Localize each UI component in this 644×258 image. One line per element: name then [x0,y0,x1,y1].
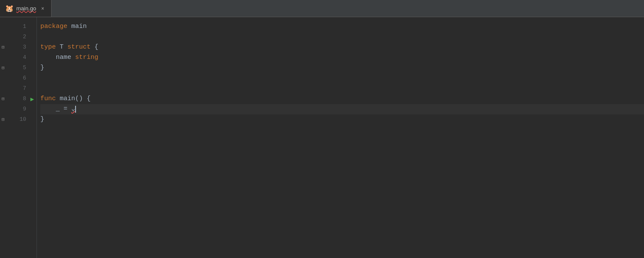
code-line-3: type T struct { [40,42,644,52]
code-line-1: package main [40,22,644,32]
code-line-18 [40,197,644,207]
run-gutter-line-7 [28,83,36,94]
code-line-15 [40,166,644,176]
code-line-16 [40,176,644,187]
code-line-4: name string [40,52,644,63]
run-gutter-line-8[interactable]: ▶ [28,94,36,104]
run-gutter-line-5 [28,63,36,73]
code-line-20 [40,218,644,228]
run-icon[interactable]: ▶ [30,95,34,103]
close-brace-func: } [40,114,44,125]
field-name: name [40,52,75,63]
code-area[interactable]: package main type T struct { name string… [37,17,644,258]
tab-bar: 🐹 main.go × [0,0,644,17]
editor: 1 2 ⊟ 3 4 ⊟ 5 6 7 ⊟ 8 [0,17,644,258]
close-brace-struct: } [40,63,44,73]
gutter-line-8[interactable]: ⊟ 8 [0,94,26,104]
type-string: string [75,52,98,63]
code-line-6 [40,73,644,83]
code-line-10: } [40,114,644,125]
blank-identifier: _ = [40,104,71,114]
gutter-line-1: 1 [0,22,26,32]
code-line-14 [40,156,644,166]
run-gutter-line-1 [28,22,36,32]
fold-close-icon-5[interactable]: ⊟ [2,63,5,73]
gutter-line-2: 2 [0,32,26,42]
code-line-13 [40,145,644,156]
code-line-2 [40,32,644,42]
gutter-line-7: 7 [0,83,26,94]
keyword-package: package [40,22,71,32]
keyword-type: type [40,42,60,52]
fold-open-icon-3[interactable]: ⊟ [2,42,5,52]
squiggly-expression: ⌄ [71,104,75,114]
open-brace-func: { [83,94,91,104]
gutter-line-5[interactable]: ⊟ 5 [0,63,26,73]
tab-main-go[interactable]: 🐹 main.go × [0,0,52,17]
code-line-11 [40,125,644,135]
type-T: T [60,42,67,52]
func-parens: () [75,94,83,104]
go-file-icon: 🐹 [5,4,14,12]
code-line-19 [40,207,644,218]
run-gutter-line-2 [28,32,36,42]
gutter-line-4: 4 [0,52,26,63]
func-name-main: main [60,94,75,104]
gutter-line-6: 6 [0,73,26,83]
fold-open-icon-8[interactable]: ⊟ [2,94,5,104]
keyword-func: func [40,94,60,104]
code-line-9: _ = ⌄ [40,104,644,114]
run-gutter-line-10 [28,114,36,125]
tab-title: main.go [16,5,37,12]
code-line-17 [40,187,644,197]
gutter-line-10[interactable]: ⊟ 10 [0,114,26,125]
line-gutter: 1 2 ⊟ 3 4 ⊟ 5 6 7 ⊟ 8 [0,17,28,258]
code-line-8: func main() { [40,94,644,104]
run-gutter-line-4 [28,52,36,63]
run-gutter-line-3 [28,42,36,52]
tab-close-button[interactable]: × [39,5,46,12]
run-gutter-line-6 [28,73,36,83]
code-line-5: } [40,63,644,73]
fold-close-icon-10[interactable]: ⊟ [2,114,5,125]
open-brace-struct: { [91,42,98,52]
run-gutter: ▶ [28,17,36,258]
gutter-line-9: 9 [0,104,26,114]
code-line-7 [40,83,644,94]
gutter-line-3[interactable]: ⊟ 3 [0,42,26,52]
code-line-12 [40,135,644,145]
text-cursor [75,106,76,113]
run-gutter-line-9 [28,104,36,114]
ident-main: main [71,22,87,32]
keyword-struct: struct [67,42,91,52]
